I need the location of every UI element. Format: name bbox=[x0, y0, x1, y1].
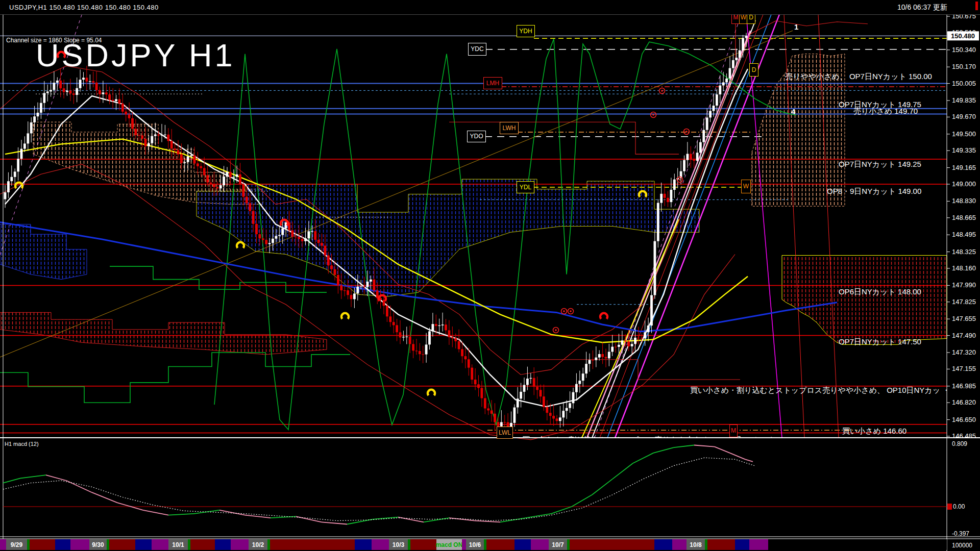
green-indicator-line bbox=[0, 353, 350, 403]
macd-main-line bbox=[3, 478, 20, 483]
sell-signal-icon bbox=[379, 295, 386, 301]
macd-main-line bbox=[745, 459, 753, 462]
time-axis-label: 9/30 bbox=[92, 541, 104, 548]
svg-text:0.809: 0.809 bbox=[952, 440, 967, 447]
top-bar: USDJPY,H1 150.480 150.480 150.480 150.48… bbox=[0, 0, 980, 15]
time-axis-label: 10/2 bbox=[252, 541, 264, 548]
macd-main-line bbox=[694, 445, 715, 447]
op-annotation-text: 売り小さめ 149.70 bbox=[853, 107, 918, 116]
price-axis-label: 147.825 bbox=[952, 298, 976, 306]
level-label-box-ydh[interactable]: YDH bbox=[517, 25, 535, 37]
ichimoku-cloud bbox=[0, 312, 327, 355]
trend-line bbox=[746, 14, 782, 438]
session-segment bbox=[654, 539, 672, 550]
trend-line bbox=[587, 31, 750, 438]
macd-main-line bbox=[46, 475, 66, 481]
session-segment bbox=[270, 539, 355, 550]
time-axis-label: 10/3 bbox=[393, 541, 405, 548]
price-axis-label: 148.325 bbox=[952, 248, 976, 256]
current-price-value: 150.480 bbox=[951, 32, 975, 40]
price-axis-label: 146.650 bbox=[952, 416, 976, 423]
op-annotation-text: OP7日NYカット 149.25 bbox=[839, 160, 921, 169]
time-axis[interactable]: 9/299/3010/110/210/3macd ON10/610/710/8 bbox=[0, 539, 947, 550]
macd-on-button-label: macd ON bbox=[436, 541, 463, 548]
level-label-box-ydo[interactable]: YDO bbox=[467, 131, 486, 142]
price-axis-label: 147.990 bbox=[952, 281, 976, 289]
price-axis-label: 149.335 bbox=[952, 146, 976, 154]
time-axis-label: 10/1 bbox=[172, 541, 184, 548]
macd-main-line bbox=[475, 521, 500, 522]
macd-main-line bbox=[612, 463, 633, 479]
session-segment bbox=[70, 539, 89, 550]
op-annotation-text: OP6日NYカット 148.00 bbox=[839, 287, 921, 297]
price-axis-label: 149.835 bbox=[952, 96, 976, 104]
session-segment bbox=[231, 539, 249, 550]
price-axis[interactable]: 150.675150.510150.340150.170150.005149.8… bbox=[947, 12, 979, 440]
macd-main-line bbox=[424, 518, 449, 522]
session-segment bbox=[672, 539, 687, 550]
session-segment bbox=[372, 539, 389, 550]
price-axis-label: 150.340 bbox=[952, 46, 976, 54]
session-segment bbox=[749, 539, 768, 550]
svg-text:100000: 100000 bbox=[952, 542, 972, 549]
update-timestamp: 10/6 06:37 更新 bbox=[897, 3, 947, 12]
level-label-box-lwh[interactable]: LWH bbox=[500, 122, 519, 134]
wave-count-label: 4 bbox=[791, 107, 795, 116]
time-axis-label: 9/29 bbox=[11, 541, 23, 548]
svg-text:-0.397: -0.397 bbox=[952, 530, 969, 537]
price-axis-label: 150.005 bbox=[952, 80, 976, 87]
price-axis-label: 148.160 bbox=[952, 264, 976, 272]
ichimoku-cloud bbox=[197, 179, 699, 296]
session-segment bbox=[188, 539, 190, 550]
time-axis-label: 10/8 bbox=[690, 541, 702, 548]
price-axis-label: 148.830 bbox=[952, 197, 976, 205]
macd-main-line bbox=[674, 445, 694, 448]
op-annotation-text: 売りやや小さめ、 OP7日NYカット 150.00 bbox=[785, 72, 932, 82]
time-axis-label: 10/7 bbox=[552, 541, 564, 548]
ichimoku-cloud bbox=[0, 224, 87, 280]
macd-main-line bbox=[143, 510, 168, 515]
level-label-box-ydc[interactable]: YDC bbox=[468, 43, 486, 56]
session-segment bbox=[531, 539, 549, 550]
session-segment bbox=[567, 539, 570, 550]
macd-main-line bbox=[194, 510, 219, 514]
session-segment bbox=[135, 539, 152, 550]
price-axis-label: 148.665 bbox=[952, 214, 976, 221]
buy-signal-icon bbox=[237, 242, 244, 248]
op-annotation-text: OP7日NYカット 147.50 bbox=[839, 337, 921, 347]
session-segment bbox=[514, 539, 531, 550]
session-segment bbox=[705, 539, 707, 550]
price-axis-label: 146.985 bbox=[952, 382, 976, 390]
macd-main-line bbox=[66, 481, 92, 492]
level-label-box-lmh[interactable]: LMH bbox=[483, 77, 502, 89]
session-segment bbox=[570, 539, 654, 550]
level-label-box-ydl[interactable]: YDL bbox=[517, 181, 534, 193]
buy-signal-icon bbox=[341, 313, 349, 319]
price-axis-label: 150.170 bbox=[952, 63, 976, 70]
macd-panel-label: H1 macd (12) bbox=[5, 441, 39, 447]
macd-main-line bbox=[633, 453, 653, 463]
macd-main-line bbox=[653, 447, 674, 453]
session-segment bbox=[27, 539, 30, 550]
level-label-box-w[interactable]: W bbox=[741, 180, 751, 193]
session-segment bbox=[55, 539, 70, 550]
macd-main-line bbox=[526, 514, 551, 518]
green-indicator-line bbox=[110, 266, 327, 292]
level-label-box-m[interactable]: M bbox=[729, 424, 738, 437]
session-segment bbox=[190, 539, 215, 550]
session-segment bbox=[410, 539, 436, 550]
session-segment bbox=[215, 539, 231, 550]
level-label-box-d[interactable]: D bbox=[749, 63, 758, 77]
macd-axis: 0.8090.00-0.397100000 bbox=[947, 440, 972, 549]
level-label-box-lwl[interactable]: LWL bbox=[497, 427, 513, 439]
price-axis-label: 146.485 bbox=[952, 432, 976, 440]
session-segment bbox=[109, 539, 135, 550]
price-axis-label: 149.000 bbox=[952, 180, 976, 188]
session-segment bbox=[484, 539, 486, 550]
macd-main-line bbox=[715, 447, 730, 453]
price-axis-label: 149.500 bbox=[952, 130, 976, 138]
macd-signal-line bbox=[3, 458, 754, 520]
clipped-annotation-text: 買い小さめ・割り込むとストップロス売りやや小さめ、 OP6日NYカット ・・・ bbox=[522, 435, 910, 438]
session-segment bbox=[707, 539, 735, 550]
session-segment bbox=[768, 539, 947, 550]
